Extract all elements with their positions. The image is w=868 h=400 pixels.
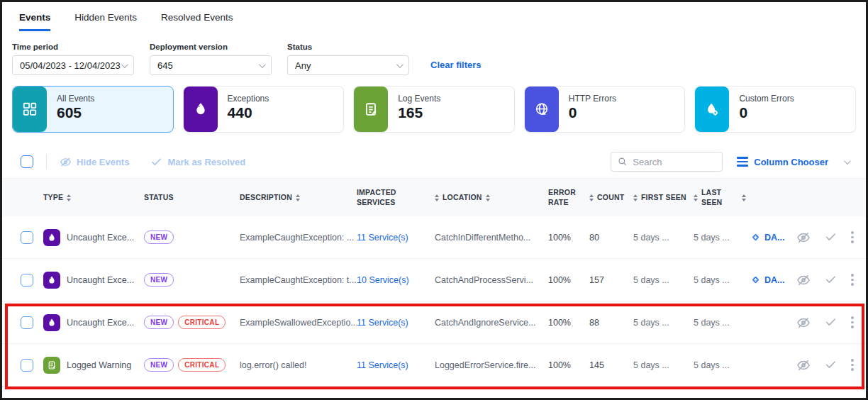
column-chooser-button[interactable]: Column Chooser: [737, 157, 828, 167]
card-label: Log Events: [398, 94, 440, 104]
card-label: HTTP Errors: [569, 94, 616, 104]
search-icon: [618, 157, 628, 167]
hide-event-icon[interactable]: [796, 273, 811, 287]
row-menu-icon[interactable]: [851, 274, 854, 286]
impacted-services-link[interactable]: 11 Service(s): [357, 318, 435, 328]
card-http-errors[interactable]: HTTP Errors 0: [524, 86, 686, 133]
card-exceptions[interactable]: Exceptions 440: [183, 86, 345, 133]
card-log-events[interactable]: Log Events 165: [353, 86, 515, 133]
row-checkbox[interactable]: [21, 231, 33, 244]
last-seen: 5 days ...: [694, 233, 750, 243]
select-all-checkbox[interactable]: [21, 155, 33, 168]
event-type: Uncaught Exce...: [67, 275, 134, 285]
error-rate: 100%: [548, 233, 589, 243]
row-checkbox[interactable]: [21, 359, 33, 372]
error-rate: 100%: [548, 318, 589, 328]
status-badge-critical: CRITICAL: [178, 316, 226, 329]
sort-icon[interactable]: [486, 194, 490, 201]
last-seen: 5 days ...: [694, 275, 750, 285]
row-menu-icon[interactable]: [851, 359, 854, 371]
jira-diamond-icon: [750, 274, 761, 285]
row-menu-icon[interactable]: [851, 316, 854, 328]
error-rate: 100%: [548, 360, 589, 370]
event-count: 157: [589, 275, 633, 285]
table-row[interactable]: Uncaught Exce... NEW CRITICAL ExampleSwa…: [2, 301, 866, 344]
flame-gear-icon: [695, 87, 729, 132]
event-count: 88: [589, 318, 633, 328]
resolve-event-icon[interactable]: [825, 316, 837, 328]
event-location: LoggedErrorService.fire...: [435, 360, 548, 370]
event-location: CatchInDifferentMetho...: [435, 233, 548, 243]
events-dashboard: Events Hidden Events Resolved Events Tim…: [0, 0, 868, 400]
col-count: COUNT: [589, 193, 633, 202]
col-first-seen: FIRST SEEN: [633, 193, 694, 202]
impacted-services-link[interactable]: 10 Service(s): [357, 275, 435, 285]
resolve-event-icon[interactable]: [825, 231, 837, 243]
tab-events[interactable]: Events: [19, 12, 50, 31]
sort-icon[interactable]: [67, 194, 71, 201]
mark-resolved-label: Mark as Resolved: [167, 157, 245, 167]
event-type: Uncaught Exce...: [67, 318, 134, 328]
globe-icon: [525, 87, 559, 132]
clear-filters-link[interactable]: Clear filters: [430, 60, 482, 70]
sort-icon[interactable]: [589, 194, 594, 201]
table-header: TYPE STATUS DESCRIPTION IMPACTED SERVICE…: [2, 178, 866, 216]
events-table: TYPE STATUS DESCRIPTION IMPACTED SERVICE…: [2, 178, 866, 387]
time-period-select[interactable]: 05/04/2023 - 12/04/2023: [12, 55, 134, 75]
event-description: log.error() called!: [240, 360, 357, 370]
hide-event-icon[interactable]: [796, 358, 811, 372]
table-row[interactable]: Logged Warning NEW CRITICAL log.error() …: [2, 344, 866, 387]
hide-events-button[interactable]: Hide Events: [60, 156, 129, 168]
mark-resolved-button[interactable]: Mark as Resolved: [150, 156, 245, 168]
resolve-event-icon[interactable]: [825, 274, 837, 286]
row-checkbox[interactable]: [21, 316, 33, 329]
deployment-version-value: 645: [157, 60, 173, 71]
hamburger-icon: [737, 157, 748, 167]
row-checkbox[interactable]: [21, 274, 33, 287]
card-all-events[interactable]: All Events 605: [12, 86, 174, 133]
tab-hidden-events[interactable]: Hidden Events: [74, 12, 137, 31]
col-last-seen: LAST SEEN: [694, 188, 750, 206]
sort-icon[interactable]: [633, 194, 638, 201]
first-seen: 5 days ...: [633, 275, 694, 285]
status-badge-new: NEW: [144, 316, 174, 329]
status-badge-new: NEW: [144, 273, 174, 287]
chevron-down-icon: [396, 61, 404, 68]
sort-icon[interactable]: [694, 194, 698, 201]
row-menu-icon[interactable]: [851, 231, 854, 243]
sort-icon[interactable]: [742, 194, 746, 201]
table-row[interactable]: Uncaught Exce... NEW ExampleCaughtExcept…: [2, 216, 866, 259]
event-description: ExampleCaughtException: ...: [240, 233, 357, 243]
table-row[interactable]: Uncaught Exce... NEW ExampleCaughtExcept…: [2, 259, 866, 301]
time-period-value: 05/04/2023 - 12/04/2023: [20, 60, 121, 71]
sort-icon[interactable]: [435, 194, 439, 201]
filter-bar: Time period 05/04/2023 - 12/04/2023 Depl…: [2, 31, 866, 75]
log-warning-icon: [43, 357, 60, 374]
deployment-version-select[interactable]: 645: [150, 55, 272, 75]
search-input[interactable]: [633, 157, 716, 167]
col-status: STATUS: [144, 193, 240, 202]
card-value: 165: [398, 104, 440, 121]
card-value: 605: [57, 104, 94, 121]
status-value: Any: [295, 60, 311, 71]
card-custom-errors[interactable]: Custom Errors 0: [694, 86, 856, 133]
chevron-down-icon[interactable]: [844, 157, 851, 165]
hide-event-icon[interactable]: [796, 230, 811, 245]
event-type: Logged Warning: [67, 360, 131, 370]
hide-event-icon[interactable]: [796, 316, 811, 330]
sort-icon[interactable]: [296, 194, 300, 201]
impacted-services-link[interactable]: 11 Service(s): [357, 233, 435, 243]
resolve-event-icon[interactable]: [825, 359, 837, 371]
card-value: 440: [228, 104, 269, 121]
status-badge-critical: CRITICAL: [178, 358, 226, 372]
impacted-services-link[interactable]: 11 Service(s): [357, 360, 435, 370]
event-count: 145: [589, 360, 633, 370]
check-icon: [150, 156, 162, 168]
search-box: [611, 152, 723, 172]
card-value: 0: [739, 104, 794, 121]
status-select[interactable]: Any: [287, 55, 409, 75]
tab-resolved-events[interactable]: Resolved Events: [161, 12, 233, 31]
jira-ticket-link[interactable]: DA...: [750, 274, 789, 285]
jira-ticket-link[interactable]: DA...: [750, 232, 789, 243]
summary-cards: All Events 605 Exceptions 440 Log Events…: [2, 75, 866, 133]
